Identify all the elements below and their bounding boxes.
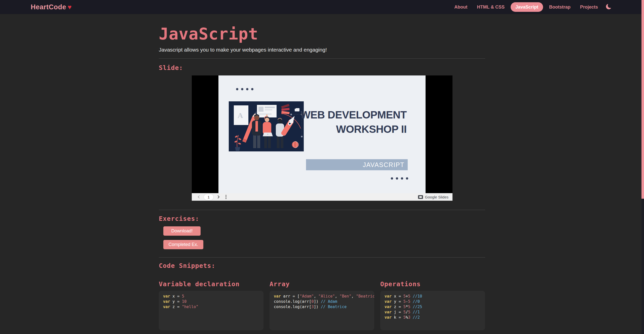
snippet-title: Variable declaration bbox=[159, 280, 263, 288]
snippet-variable-declaration: Variable declaration var x = 5var y = 10… bbox=[159, 280, 263, 330]
scrollbar-track[interactable] bbox=[641, 0, 644, 334]
brand-text: HeartCode bbox=[31, 3, 66, 11]
next-slide-button[interactable] bbox=[215, 194, 221, 200]
completed-exercises-button[interactable]: Completed Ex. bbox=[163, 240, 203, 249]
nav-links: About HTML & CSS JavaScript Bootstrap Pr… bbox=[451, 4, 611, 10]
snippet-title: Array bbox=[270, 280, 374, 288]
previous-slide-button[interactable] bbox=[196, 194, 202, 200]
nav-item-javascript[interactable]: JavaScript bbox=[511, 2, 543, 12]
decorative-dots-bottom bbox=[391, 177, 408, 180]
brand-logo[interactable]: HeartCode♥ bbox=[31, 3, 72, 11]
navbar: HeartCode♥ About HTML & CSS JavaScript B… bbox=[0, 0, 644, 14]
divider bbox=[159, 257, 485, 258]
exercises-heading: Exercises: bbox=[159, 215, 485, 222]
slide-page-number[interactable]: 1 bbox=[204, 194, 213, 200]
decorative-dots-top bbox=[236, 88, 253, 90]
snippet-array: Array var arr = ["Adam", "Alice", "Ben",… bbox=[270, 280, 374, 330]
nav-item-projects[interactable]: Projects bbox=[577, 3, 601, 12]
svg-text:A: A bbox=[238, 111, 243, 119]
nav-item-bootstrap[interactable]: Bootstrap bbox=[546, 3, 574, 12]
theme-toggle[interactable] bbox=[606, 4, 611, 10]
slide-title: WEB DEVELOPMENT WORKSHOP II bbox=[300, 108, 407, 136]
google-slides-label: Google Slides bbox=[425, 195, 448, 199]
google-slides-link[interactable]: Google Slides bbox=[418, 195, 448, 199]
snippet-grid: Variable declaration var x = 5var y = 10… bbox=[159, 280, 485, 334]
code-block: var x = 5var y = 10var z = "hello" bbox=[159, 291, 263, 330]
code-block: var x = 5+5 //10var y = 5-5 //0var z = 5… bbox=[380, 291, 485, 330]
divider bbox=[159, 58, 485, 59]
slide-banner: JAVASCRIPT bbox=[306, 159, 408, 170]
heart-icon: ♥ bbox=[68, 3, 72, 11]
scrollbar-thumb[interactable] bbox=[641, 0, 644, 199]
google-slides-embed: A bbox=[192, 75, 452, 201]
google-slides-icon bbox=[418, 195, 423, 199]
slide-menu-button[interactable] bbox=[224, 194, 228, 200]
moon-icon bbox=[606, 4, 611, 10]
nav-item-html-css[interactable]: HTML & CSS bbox=[473, 3, 508, 12]
main-content: JavaScript Javascript allows you to make… bbox=[159, 25, 485, 334]
nav-item-about[interactable]: About bbox=[451, 3, 471, 12]
snippet-operations: Operations var x = 5+5 //10var y = 5-5 /… bbox=[380, 280, 485, 330]
code-snippets-heading: Code Snippets: bbox=[159, 262, 485, 269]
slide-controls: 1 Google Slides bbox=[192, 193, 452, 201]
slide-canvas: A bbox=[218, 75, 426, 193]
page-subtitle: Javascript allows you to make your webpa… bbox=[159, 47, 485, 53]
download-button[interactable]: Download! bbox=[163, 226, 201, 236]
code-block: var arr = ["Adam", "Alice", "Ben", "Beat… bbox=[270, 291, 374, 330]
snippet-title: Operations bbox=[380, 280, 485, 288]
page-title: JavaScript bbox=[159, 25, 485, 43]
divider bbox=[159, 210, 485, 210]
slide-section-heading: Slide: bbox=[159, 64, 485, 71]
workshop-illustration: A bbox=[229, 101, 304, 151]
